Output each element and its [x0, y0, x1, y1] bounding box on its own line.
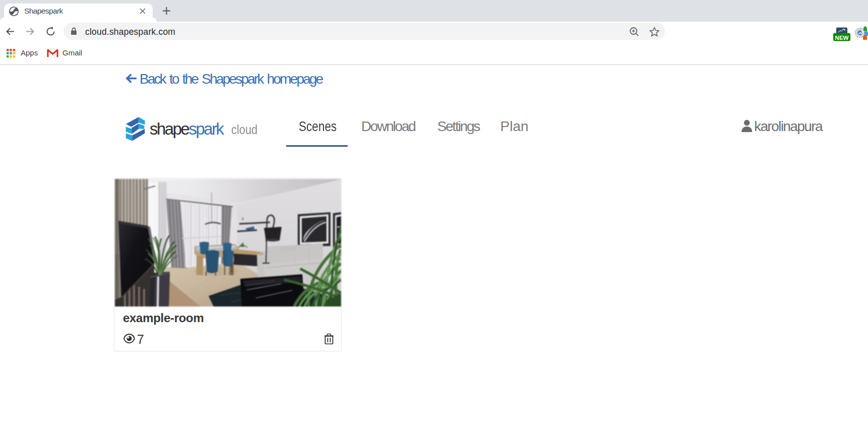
svg-text:NEW: NEW	[835, 35, 849, 41]
